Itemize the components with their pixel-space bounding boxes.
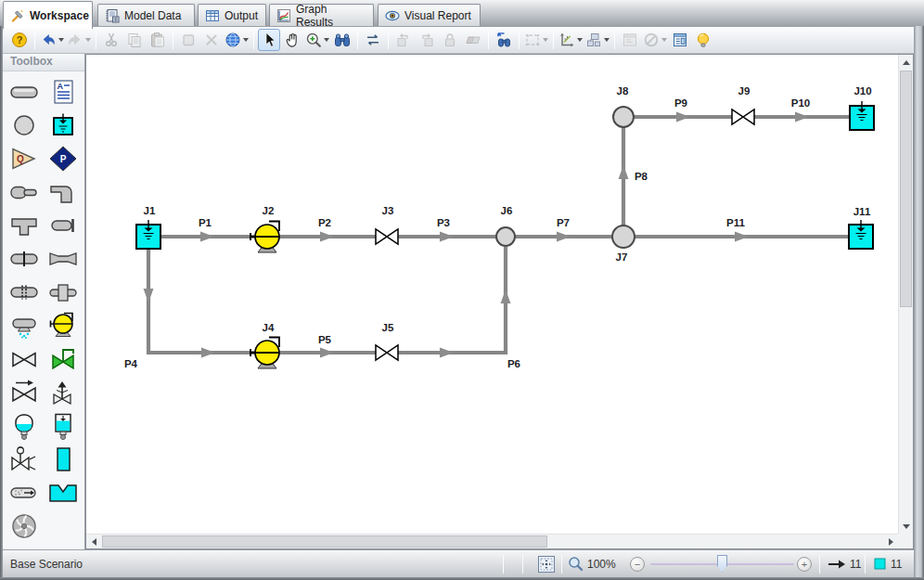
toolbox-item-valve[interactable] [5,342,44,376]
toolbox-item-area-change[interactable] [5,175,44,209]
goto-icon [495,32,512,48]
scale-size-button[interactable] [558,29,584,51]
toolbox-item-general-component[interactable] [44,276,83,309]
bulb-icon [695,32,712,48]
relief-valve-icon [47,379,79,406]
inspection-form-icon [622,32,638,48]
tab-graph-results[interactable]: Graph Results [269,4,374,26]
dropdown-caret-icon[interactable] [58,38,64,42]
select-special-icon [524,32,541,48]
reverse-direction-button[interactable] [362,29,384,51]
tab-model-data[interactable]: Model Data [97,4,195,26]
toolbox-item-heat-exchanger[interactable] [5,476,44,509]
toolbox-item-pump[interactable] [44,309,83,342]
dropdown-caret-icon[interactable] [243,38,249,42]
tab-label: Model Data [124,9,181,22]
tab-output[interactable]: Output [198,4,266,26]
pointer-button[interactable] [258,29,280,51]
workspace-canvas[interactable] [85,54,914,549]
toolbox-item-vacuum-breaker-valve[interactable] [5,443,44,476]
toolbar-separator [488,31,489,49]
vertical-scroll-thumb[interactable] [900,71,912,307]
web-button[interactable] [224,29,250,51]
toolbox-item-dead-end[interactable] [44,209,83,242]
toolbox-item-control-valve[interactable] [44,342,83,376]
heat-exchanger-icon [8,479,40,507]
toolbox-item-surge-tank[interactable] [44,409,83,443]
toolbox-item-weir[interactable] [44,476,83,509]
vertical-scrollbar[interactable] [898,55,913,534]
horizontal-scroll-thumb[interactable] [102,535,547,548]
graph-results-tab-icon [276,8,291,23]
scroll-up-icon[interactable] [899,55,914,70]
toolbox-item-spray-discharge[interactable] [5,309,44,342]
toolbox-panel: Toolbox AQP [3,54,85,549]
tab-visual-report[interactable]: Visual Report [378,4,481,26]
toolbox-item-relief-valve[interactable] [44,376,83,409]
annotation-icon: A [47,78,79,106]
zoom-tool-button[interactable] [304,29,330,51]
undo-button[interactable] [39,29,65,51]
zoom-out-button[interactable]: − [630,557,645,572]
dropdown-caret-icon[interactable] [324,38,329,42]
properties-button[interactable] [669,29,691,51]
bulb-button[interactable] [692,29,714,51]
toolbox-item-pipe[interactable] [5,75,44,109]
zoom-slider-thumb[interactable] [717,555,727,573]
delete-icon [203,32,220,48]
zoom-to-fit-button[interactable] [537,550,556,577]
flip-vertical-icon [465,32,481,48]
arrange-button[interactable] [584,29,610,51]
toolbox-item-check-valve[interactable] [5,376,44,409]
area-change-icon [8,178,40,206]
find-button[interactable] [331,29,353,51]
dropdown-caret-icon[interactable] [543,38,548,42]
paste-button [147,29,169,51]
flip-vertical-button [462,29,484,51]
lock-icon [442,32,458,48]
tab-label: Graph Results [296,3,366,29]
redo-button [66,29,92,51]
drawing-area[interactable] [86,55,898,534]
dropdown-caret-icon[interactable] [661,38,667,42]
dropdown-caret-icon[interactable] [85,38,91,42]
toolbox-item-venturi[interactable] [44,242,83,276]
zoom-in-button[interactable]: + [797,557,812,572]
toolbar-separator [253,31,254,49]
scroll-down-icon[interactable] [899,519,914,534]
toolbox-item-bend[interactable] [44,175,83,209]
toolbox-item-gas-accumulator[interactable] [5,409,44,443]
toolbox-item-annotation[interactable]: A [44,75,83,109]
tab-label: Workspace [30,9,89,22]
toolbox-item-assigned-flow[interactable]: Q [5,142,44,175]
toolbox-item-branch[interactable] [5,109,44,142]
zoom-level-value: 100% [587,550,616,577]
horizontal-scrollbar[interactable] [86,534,898,548]
toolbox-item-assigned-pressure[interactable]: P [44,142,83,175]
toolbox-item-orifice[interactable] [5,242,44,276]
toolbox-item-screen[interactable] [5,276,44,309]
copy-icon [126,32,143,48]
pan-button[interactable] [281,29,303,51]
toolbox-item-liquid-accumulator[interactable] [44,443,83,476]
tab-workspace[interactable]: Workspace [3,1,93,29]
pump-icon [47,312,79,340]
assigned-pressure-icon: P [47,145,79,173]
toolbox-item-tee-wye[interactable] [5,209,44,242]
toolbox-item-turbine[interactable] [5,509,44,543]
toolbox-item-reservoir[interactable] [44,109,83,142]
help-button[interactable]: ? [8,29,31,51]
vacuum-breaker-valve-icon [8,445,40,473]
arrange-icon [585,32,602,48]
screen-icon [8,278,40,306]
scroll-left-icon[interactable] [86,535,101,549]
show-none-button [642,29,668,51]
orifice-icon [8,245,40,273]
toolbar-separator [173,31,173,49]
scroll-right-icon[interactable] [883,535,898,549]
pipe-count-icon [828,550,846,577]
goto-button[interactable] [493,29,515,51]
dropdown-caret-icon[interactable] [577,38,583,42]
reverse-direction-icon [365,32,381,48]
dropdown-caret-icon[interactable] [604,38,610,42]
